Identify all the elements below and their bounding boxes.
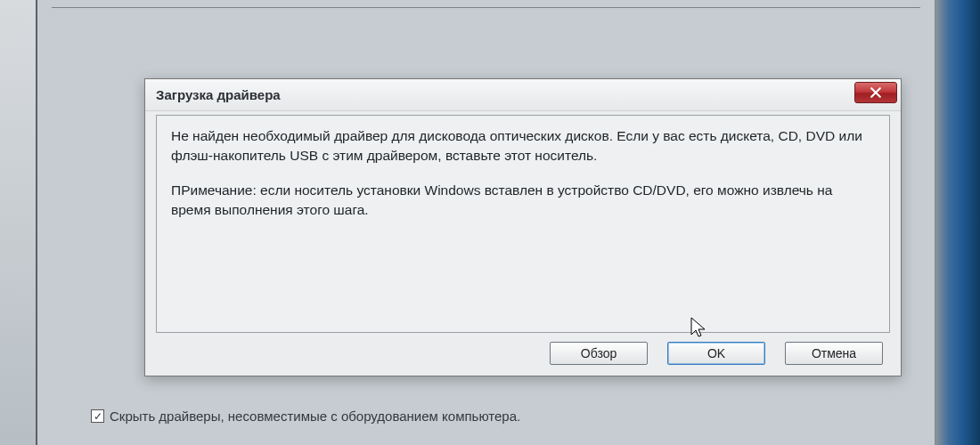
hide-incompatible-label: Скрыть драйверы, несовместимые с оборудо… <box>110 409 520 424</box>
browse-button[interactable]: Обзор <box>550 342 648 365</box>
cancel-button[interactable]: Отмена <box>785 342 883 365</box>
dialog-content: Не найден необходимый драйвер для дисков… <box>156 115 890 333</box>
desktop-right-edge <box>935 0 980 445</box>
dialog-title-bar: Загрузка драйвера <box>145 79 901 111</box>
checkbox-icon: ✓ <box>91 409 104 423</box>
load-driver-dialog: Загрузка драйвера Не найден необходимый … <box>144 78 902 376</box>
dialog-message: Не найден необходимый драйвер для дисков… <box>171 126 875 220</box>
message-line-1: Не найден необходимый драйвер для дисков… <box>171 126 875 165</box>
dialog-title: Загрузка драйвера <box>156 87 281 102</box>
ok-button[interactable]: OK <box>667 342 765 365</box>
close-button[interactable] <box>854 82 897 103</box>
message-line-2: ПРимечание: если носитель установки Wind… <box>171 181 875 219</box>
dialog-button-row: Обзор OK Отмена <box>145 333 901 365</box>
divider <box>52 7 920 8</box>
hide-incompatible-drivers-checkbox[interactable]: ✓ Скрыть драйверы, несовместимые с обору… <box>91 409 520 424</box>
close-icon <box>870 87 881 98</box>
installer-window-frame: Загрузка драйвера Не найден необходимый … <box>36 0 935 445</box>
